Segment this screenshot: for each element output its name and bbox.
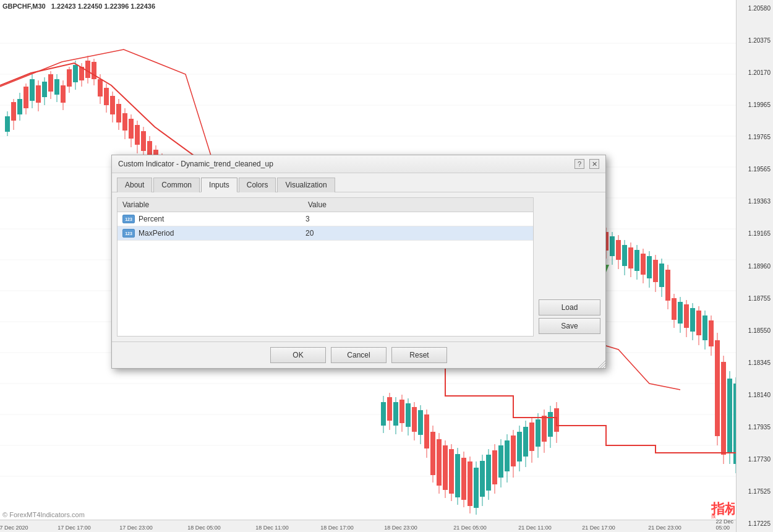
close-button[interactable]: ✕ bbox=[589, 159, 599, 169]
col-value-header: Value bbox=[308, 200, 528, 209]
load-button[interactable]: Load bbox=[539, 299, 600, 315]
dialog-footer: OK Cancel Reset bbox=[112, 341, 605, 368]
tab-visualization[interactable]: Visualization bbox=[277, 178, 335, 192]
row-name-percent: Percent bbox=[139, 215, 305, 223]
row-icon-percent: 123 bbox=[122, 215, 135, 223]
tab-about[interactable]: About bbox=[117, 178, 152, 192]
table-body: 123 Percent 3 123 MaxPeriod 20 bbox=[117, 212, 533, 336]
ok-button[interactable]: OK bbox=[270, 347, 326, 363]
dialog-title: Custom Indicator - Dynamic_trend_cleaned… bbox=[118, 160, 273, 168]
tab-common[interactable]: Common bbox=[153, 178, 200, 192]
indicator-dialog: Custom Indicator - Dynamic_trend_cleaned… bbox=[111, 155, 606, 369]
svg-line-220 bbox=[603, 366, 605, 368]
reset-button[interactable]: Reset bbox=[391, 347, 447, 363]
row-icon-maxperiod: 123 bbox=[122, 229, 135, 238]
help-button[interactable]: ? bbox=[574, 159, 584, 169]
row-value-percent: 3 bbox=[305, 215, 528, 223]
inputs-table: Variable Value 123 Percent 3 123 MaxPeri… bbox=[117, 197, 534, 337]
row-value-maxperiod: 20 bbox=[305, 229, 528, 238]
dialog-content: Variable Value 123 Percent 3 123 MaxPeri… bbox=[112, 192, 605, 341]
dialog-controls: ? ✕ bbox=[574, 159, 599, 169]
table-row[interactable]: 123 Percent 3 bbox=[117, 212, 533, 226]
side-buttons: Load Save bbox=[539, 197, 600, 337]
cancel-button[interactable]: Cancel bbox=[331, 347, 386, 363]
dialog-overlay: Custom Indicator - Dynamic_trend_cleaned… bbox=[0, 0, 773, 532]
save-button[interactable]: Save bbox=[539, 318, 600, 334]
resize-handle[interactable] bbox=[598, 361, 605, 368]
table-row[interactable]: 123 MaxPeriod 20 bbox=[117, 226, 533, 241]
table-header: Variable Value bbox=[117, 198, 533, 212]
row-name-maxperiod: MaxPeriod bbox=[139, 229, 305, 238]
col-variable-header: Variable bbox=[122, 200, 308, 209]
tab-colors[interactable]: Colors bbox=[239, 178, 276, 192]
svg-line-219 bbox=[600, 363, 605, 368]
dialog-tabs: About Common Inputs Colors Visualization bbox=[112, 173, 605, 192]
dialog-titlebar: Custom Indicator - Dynamic_trend_cleaned… bbox=[112, 155, 605, 173]
tab-inputs[interactable]: Inputs bbox=[201, 178, 237, 192]
